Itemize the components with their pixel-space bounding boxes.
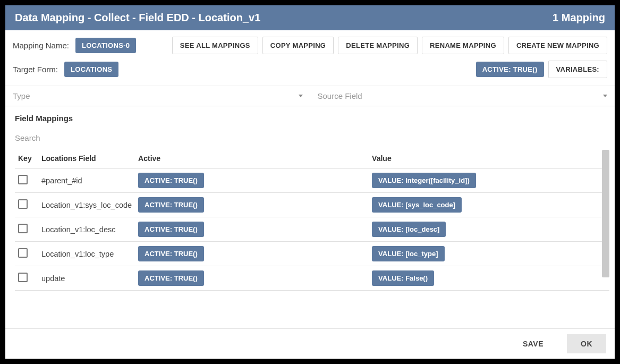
active-chip[interactable]: ACTIVE: TRUE()	[476, 62, 544, 77]
table-row: Location_v1:loc_descACTIVE: TRUE()VALUE:…	[15, 217, 609, 242]
field-mappings-table-wrap: Key Locations Field Active Value #parent…	[15, 150, 609, 328]
col-field: Locations Field	[38, 150, 135, 168]
type-select[interactable]: Type	[5, 86, 310, 106]
chevron-down-icon	[299, 95, 303, 97]
value-pill[interactable]: VALUE: [loc_desc]	[372, 222, 446, 237]
key-checkbox[interactable]	[18, 273, 28, 282]
toolbar-row-1: Mapping Name: LOCATIONS-0 SEE ALL MAPPIN…	[5, 30, 615, 57]
rename-mapping-button[interactable]: RENAME MAPPING	[422, 37, 504, 54]
value-pill[interactable]: VALUE: [loc_type]	[372, 246, 444, 261]
search-input[interactable]	[15, 130, 605, 146]
field-cell: #parent_#id	[38, 168, 135, 193]
dialog-title: Data Mapping - Collect - Field EDD - Loc…	[15, 12, 260, 24]
key-checkbox[interactable]	[18, 175, 28, 184]
active-pill[interactable]: ACTIVE: TRUE()	[138, 222, 204, 237]
chevron-down-icon	[603, 95, 607, 97]
toolbar-row-2: Target Form: LOCATIONS ACTIVE: TRUE() VA…	[5, 57, 615, 86]
target-form-label: Target Form:	[13, 65, 58, 74]
col-value: Value	[369, 150, 609, 168]
scrollbar[interactable]	[602, 150, 609, 277]
delete-mapping-button[interactable]: DELETE MAPPING	[338, 37, 418, 54]
copy-mapping-button[interactable]: COPY MAPPING	[262, 37, 334, 54]
table-row: Location_v1:sys_loc_codeACTIVE: TRUE()VA…	[15, 193, 609, 217]
active-pill[interactable]: ACTIVE: TRUE()	[138, 173, 204, 188]
active-pill[interactable]: ACTIVE: TRUE()	[138, 246, 204, 261]
titlebar: Data Mapping - Collect - Field EDD - Loc…	[5, 5, 615, 30]
col-key: Key	[15, 150, 38, 168]
field-cell: Location_v1:loc_type	[38, 242, 135, 266]
variables-button[interactable]: VARIABLES:	[548, 61, 607, 78]
select-row: Type Source Field	[5, 86, 615, 106]
see-all-mappings-button[interactable]: SEE ALL MAPPINGS	[172, 37, 258, 54]
col-active: Active	[135, 150, 369, 168]
dialog-window: Data Mapping - Collect - Field EDD - Loc…	[5, 5, 615, 359]
value-pill[interactable]: VALUE: Integer([facility_id])	[372, 173, 476, 188]
table-row: Location_v1:loc_typeACTIVE: TRUE()VALUE:…	[15, 242, 609, 266]
table-row: #parent_#idACTIVE: TRUE()VALUE: Integer(…	[15, 168, 609, 193]
save-button[interactable]: SAVE	[509, 334, 557, 353]
target-form-chip[interactable]: LOCATIONS	[64, 62, 118, 77]
value-pill[interactable]: VALUE: [sys_loc_code]	[372, 197, 462, 213]
key-checkbox[interactable]	[18, 199, 28, 209]
source-field-select[interactable]: Source Field	[310, 86, 615, 106]
table-row: updateACTIVE: TRUE()VALUE: False()	[15, 266, 609, 291]
create-new-mapping-button[interactable]: CREATE NEW MAPPING	[508, 37, 607, 54]
mapping-count: 1 Mapping	[553, 12, 605, 24]
mapping-name-chip[interactable]: LOCATIONS-0	[75, 38, 136, 53]
active-pill[interactable]: ACTIVE: TRUE()	[138, 197, 204, 213]
key-checkbox[interactable]	[18, 248, 28, 258]
value-pill[interactable]: VALUE: False()	[372, 270, 434, 286]
mapping-name-label: Mapping Name:	[13, 41, 69, 50]
field-cell: Location_v1:loc_desc	[38, 217, 135, 242]
footer: SAVE OK	[5, 328, 615, 359]
field-mappings-table: Key Locations Field Active Value #parent…	[15, 150, 609, 291]
active-pill[interactable]: ACTIVE: TRUE()	[138, 270, 204, 286]
field-cell: Location_v1:sys_loc_code	[38, 193, 135, 217]
field-mappings-title: Field Mappings	[5, 106, 615, 128]
field-cell: update	[38, 266, 135, 291]
source-field-placeholder: Source Field	[318, 91, 362, 100]
ok-button[interactable]: OK	[567, 334, 606, 353]
key-checkbox[interactable]	[18, 224, 28, 233]
type-select-placeholder: Type	[13, 91, 30, 100]
